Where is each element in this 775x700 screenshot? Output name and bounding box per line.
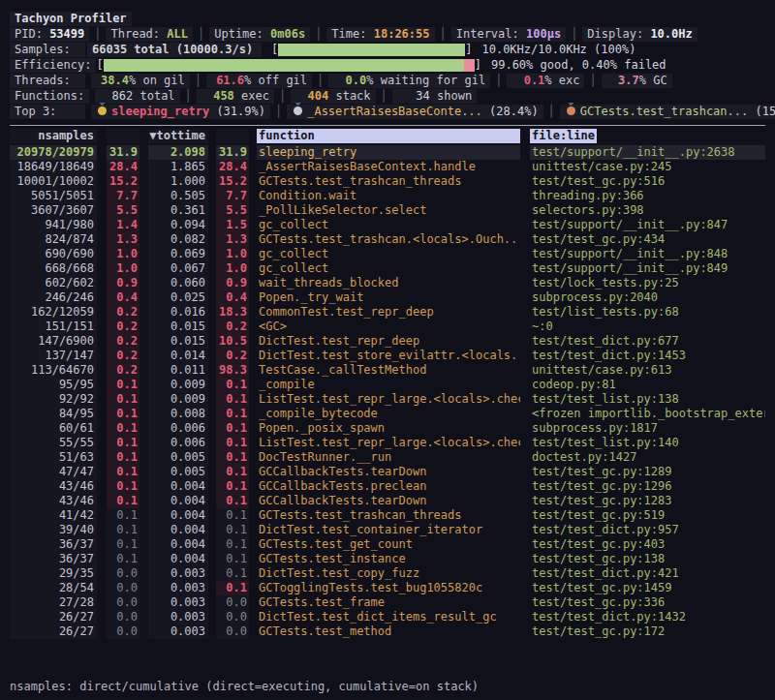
cell-fileline: threading.py:366: [530, 189, 765, 203]
cell-fileline: test/support/__init__.py:849: [530, 261, 765, 276]
stat-divider: │: [584, 73, 601, 88]
table-row[interactable]: 60/610.10.0060.1Popen._posix_spawnsubpro…: [10, 421, 765, 436]
cell-function: ListTest.test_repr_large.<locals>.check: [257, 392, 520, 407]
table-row[interactable]: 39/400.10.0040.1DictTest.test_container_…: [10, 523, 765, 537]
cell-cum-pct: 0.1: [216, 494, 249, 508]
info-divider: │: [310, 26, 326, 42]
cell-nsamples: 162/12059: [10, 305, 97, 320]
info-item: Interval: 100μs: [451, 27, 566, 42]
stat-item: 404 stack: [291, 89, 375, 104]
cell-fileline: test/test_list.py:138: [530, 392, 765, 407]
cell-cum-pct: 0.1: [216, 479, 249, 494]
table-row[interactable]: 51/630.10.0050.1DocTestRunner.__rundocte…: [10, 450, 765, 465]
cell-direct-pct: 0.2: [107, 320, 140, 334]
cell-fileline: subprocess.py:2040: [530, 290, 765, 305]
cell-cum-pct: 0.1: [216, 392, 249, 407]
cell-nsamples: 137/147: [10, 349, 97, 363]
table-row[interactable]: 824/8741.30.0821.3GCTests.test_trashcan.…: [10, 232, 765, 247]
table-row[interactable]: 151/1510.20.0150.2<GC>~:0: [10, 320, 765, 334]
table-row[interactable]: 43/460.10.0040.1GCCallbackTests.tearDown…: [10, 494, 765, 508]
table-row[interactable]: 47/470.10.0050.1GCCallbackTests.tearDown…: [10, 465, 765, 479]
info-divider: │: [566, 26, 582, 42]
cell-tottime: 1.000: [148, 174, 208, 189]
table-row[interactable]: 137/1470.20.0140.2DictTest.test_store_ev…: [10, 349, 765, 363]
table-row[interactable]: 36/370.10.0040.1GCTests.test_get_countte…: [10, 537, 765, 552]
samples-progress-bar: [278, 44, 465, 56]
cell-cum-pct: 1.3: [216, 232, 249, 247]
cell-fileline: unittest/case.py:613: [530, 363, 765, 378]
table-row[interactable]: 26/270.00.0030.0GCTests.test_methodtest/…: [10, 624, 765, 639]
table-row[interactable]: 246/2460.40.0250.4Popen._try_waitsubproc…: [10, 290, 765, 305]
table-row[interactable]: 84/950.10.0080.1_compile_bytecode<frozen…: [10, 407, 765, 421]
cell-cum-pct: 0.1: [216, 407, 249, 421]
table-row[interactable]: 690/6901.00.0691.0gc_collecttest/support…: [10, 247, 765, 261]
cell-tottime: 0.003: [148, 595, 208, 610]
table-row[interactable]: 3607/36075.50.3615.5_PollLikeSelector.se…: [10, 203, 765, 218]
cell-tottime: 0.004: [148, 552, 208, 566]
table-row[interactable]: 55/550.10.0060.1ListTest.test_repr_large…: [10, 436, 765, 450]
table-row[interactable]: 95/950.10.0090.1_compilecodeop.py:81: [10, 378, 765, 392]
col-header-cum-pct[interactable]: %: [216, 129, 249, 143]
separator-line: [10, 125, 765, 126]
cell-tottime: 0.094: [148, 218, 208, 232]
col-header-function[interactable]: function: [257, 129, 520, 143]
cell-nsamples: 43/46: [10, 479, 97, 494]
bronze-medal-icon: [567, 107, 575, 115]
table-row[interactable]: 113/646700.20.01198.3TestCase._callTestM…: [10, 363, 765, 378]
table-row[interactable]: 20978/2097931.92.09831.9sleeping_retryte…: [10, 145, 765, 160]
cell-tottime: 0.015: [148, 320, 208, 334]
cell-function: _AssertRaisesBaseContext.handle: [257, 160, 520, 174]
info-divider: │: [435, 26, 451, 42]
gold-medal-icon: [98, 107, 107, 115]
cell-tottime: 0.003: [148, 624, 208, 639]
cell-fileline: test/test_gc.py:1289: [530, 465, 765, 479]
samples-bar-fill: [278, 44, 465, 56]
table-row[interactable]: 147/69000.20.01510.5DictTest.test_repr_d…: [10, 334, 765, 349]
cell-cum-pct: 1.5: [216, 218, 249, 232]
table-row[interactable]: 941/9801.40.0941.5gc_collecttest/support…: [10, 218, 765, 232]
table-row[interactable]: 41/420.10.0040.1GCTests.test_trashcan_th…: [10, 508, 765, 523]
top3-item: GCTests.test_trashcan... (15.2%): [560, 105, 775, 119]
cell-direct-pct: 0.1: [107, 494, 140, 508]
stat-value: 404: [295, 89, 328, 104]
cell-cum-pct: 7.7: [216, 189, 249, 203]
cell-nsamples: 941/980: [10, 218, 97, 232]
table-row[interactable]: 28/540.00.0030.1GCTogglingTests.test_bug…: [10, 581, 765, 595]
table-row[interactable]: 602/6020.90.0600.9wait_threads_blockedte…: [10, 276, 765, 290]
cell-cum-pct: 0.0: [216, 595, 249, 610]
table-row[interactable]: 43/460.10.0040.1GCCallbackTests.preclean…: [10, 479, 765, 494]
cell-direct-pct: 0.2: [107, 334, 140, 349]
cell-function: GCCallbackTests.tearDown: [257, 465, 520, 479]
col-header-fileline[interactable]: file:line: [530, 129, 597, 143]
cell-nsamples: 690/690: [10, 247, 97, 261]
cell-cum-pct: 0.4: [216, 290, 249, 305]
info-item-label: Thread:: [110, 27, 167, 41]
col-header-direct-pct[interactable]: %: [107, 129, 140, 143]
stat-value: 3.7: [606, 74, 639, 88]
cell-direct-pct: 0.1: [107, 552, 140, 566]
table-row[interactable]: 5051/50517.70.5057.7Condition.waitthread…: [10, 189, 765, 203]
stat-value: 0.0: [333, 74, 366, 88]
cell-nsamples: 18649/18649: [10, 160, 97, 174]
cell-direct-pct: 0.1: [107, 436, 140, 450]
table-row[interactable]: 29/350.00.0030.1DictTest.test_copy_fuzzt…: [10, 566, 765, 581]
cell-nsamples: 43/46: [10, 494, 97, 508]
col-header-fileline-wrap: file:line: [530, 129, 765, 143]
table-row[interactable]: 10001/1000215.21.00015.2GCTests.test_tra…: [10, 174, 765, 189]
cell-fileline: test/lock_tests.py:25: [530, 276, 765, 290]
table-row[interactable]: 18649/1864928.41.86528.4_AssertRaisesBas…: [10, 160, 765, 174]
table-row[interactable]: 668/6681.00.0671.0gc_collecttest/support…: [10, 261, 765, 276]
table-row[interactable]: 162/120590.20.01618.3CommonTest.test_rep…: [10, 305, 765, 320]
stat-divider: │: [490, 73, 507, 88]
cell-tottime: 0.006: [148, 421, 208, 436]
table-row[interactable]: 27/280.00.0030.0GCTests.test_frametest/t…: [10, 595, 765, 610]
table-row[interactable]: 26/270.00.0030.0DictTest.test_dict_items…: [10, 610, 765, 624]
cell-cum-pct: 0.1: [216, 581, 249, 595]
stat-divider: │: [274, 88, 291, 104]
col-header-tottime-sorted[interactable]: ▼tottime: [148, 129, 208, 143]
cell-nsamples: 95/95: [10, 378, 97, 392]
cell-tottime: 0.006: [148, 436, 208, 450]
table-row[interactable]: 36/370.10.0040.1GCTests.test_instancetes…: [10, 552, 765, 566]
col-header-nsamples[interactable]: nsamples: [10, 129, 97, 143]
table-row[interactable]: 92/920.10.0090.1ListTest.test_repr_large…: [10, 392, 765, 407]
